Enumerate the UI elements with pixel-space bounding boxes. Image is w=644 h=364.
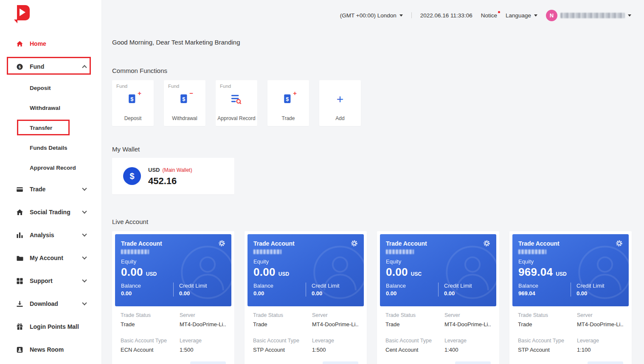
credit-limit-label: Credit Limit [179,283,225,289]
server-label: Server [577,312,623,318]
sidebar-item-social-trading[interactable]: Social Trading [0,201,101,224]
account-summary-panel: Trade Account Equity 969.04 USD Balance … [512,234,629,306]
wallet-card[interactable]: $ USD(Main Wallet) 452.16 [112,158,234,194]
account-number-redacted [518,249,546,254]
sidebar-item-download[interactable]: Download [0,292,101,315]
my-wallet-title: My Wallet [112,146,634,153]
common-functions-row: Fund $ + Deposit Fund $ − Withdrawal Fun… [112,80,634,126]
plus-badge-icon: + [293,90,297,96]
account-details: Trade StatusTrade ServerMT4-DooPrime-Li.… [115,306,231,364]
server-value: MT4-DooPrime-Li... [444,321,491,328]
credit-limit-value: 0.00 [179,290,225,297]
leverage-label: Leverage [180,338,226,344]
account-card-title: Trade Account [518,240,560,247]
sidebar-item-label: Support [30,277,53,284]
sidebar-item-fund[interactable]: $ Fund [0,55,101,78]
quick-action-approval-record[interactable]: Fund Approval Record [216,80,257,126]
home-icon [16,40,23,48]
sidebar-item-home[interactable]: Home [0,32,101,55]
trade-status-label: Trade Status [121,312,180,318]
add-icon: + [334,93,346,106]
live-account-card: Trade Account Equity 0.00 USC Balance 0.… [377,231,499,364]
notice-button[interactable]: Notice [481,12,497,19]
card-label: Deposit [112,115,154,121]
account-type-label: Basic Account Type [121,338,180,344]
sidebar-item-support[interactable]: Support [0,269,101,292]
quick-action-deposit[interactable]: Fund $ + Deposit [112,80,154,126]
live-account-row: Trade Account Equity 0.00 USD Balance 0.… [112,231,634,364]
balance-value: 969.04 [518,290,571,297]
language-selector[interactable]: Language [506,12,537,19]
notification-dot [498,11,500,13]
topbar: (GMT +00:00) London 2022.06.16 11:33:06 … [102,0,644,31]
sidebar-item-label: Analysis [30,232,54,238]
withdrawal-icon: $ − [178,93,191,106]
brand-logo[interactable] [12,4,31,26]
sidebar-item-withdrawal[interactable]: Withdrawal [0,98,101,118]
gear-icon[interactable] [616,240,623,247]
server-label: Server [180,312,226,318]
avatar: N [546,10,557,21]
quick-action-withdrawal[interactable]: Fund $ − Withdrawal [164,80,205,126]
gear-icon[interactable] [218,240,225,247]
sidebar-subitem-label: Deposit [30,85,51,91]
balance-value: 0.00 [253,290,306,297]
social-trading-icon [16,209,23,216]
user-menu[interactable]: N [546,10,631,21]
timezone-selector[interactable]: (GMT +00:00) London [340,12,403,19]
sidebar-item-analysis[interactable]: Analysis [0,224,101,246]
sidebar-item-label: Trade [30,186,45,193]
web-trade-button[interactable]: Web Trade [323,361,358,364]
analysis-icon [16,232,23,239]
web-trade-button[interactable]: Web Trade [455,361,491,364]
account-number-redacted [253,249,281,254]
chevron-down-icon [82,232,87,236]
chevron-down-icon [534,14,537,17]
balance-label: Balance [518,283,571,289]
chevron-up-icon [82,65,87,70]
timezone-label: (GMT +00:00) London [340,12,397,19]
account-details: Trade StatusTrade ServerMT4-DooPrime-Li.… [512,306,629,364]
chevron-down-icon [82,186,87,190]
dollar-circle-icon: $ [123,167,141,185]
web-trade-button[interactable]: Web Trade [190,361,226,364]
language-label: Language [506,12,531,19]
gear-icon[interactable] [483,240,490,247]
server-label: Server [312,312,358,318]
main-area: (GMT +00:00) London 2022.06.16 11:33:06 … [102,0,644,364]
account-type-label: Basic Account Type [385,338,444,344]
equity-currency: USD [556,271,566,277]
chevron-down-icon [628,14,631,17]
leverage-value: 1:500 [180,347,226,353]
sidebar-item-deposit[interactable]: Deposit [0,78,101,98]
chevron-down-icon [399,14,403,17]
web-trade-button[interactable]: Web Trade [588,361,623,364]
svg-text:$: $ [19,64,21,69]
credit-limit-value: 0.00 [577,290,623,297]
sidebar-item-news-room[interactable]: News Room [0,338,101,361]
quick-action-trade[interactable]: $ + Trade [267,80,309,126]
sidebar-item-label: Login Points Mall [30,323,79,330]
leverage-value: 1:400 [444,347,491,353]
live-account-title: Live Account [112,218,634,225]
account-type-label: Basic Account Type [253,338,312,344]
card-tag: Fund [220,84,231,89]
equity-value: 0.00 [253,266,276,279]
sidebar-item-approval-record[interactable]: Approval Record [0,158,101,178]
equity-currency: USD [146,271,157,277]
sidebar-item-transfer[interactable]: Transfer [0,118,101,138]
wallet-balance: 452.16 [148,176,192,187]
account-details: Trade StatusTrade ServerMT4-DooPrime-Li.… [247,306,364,364]
trade-status-value: Trade [121,321,180,328]
account-type-value: STP Account [253,347,312,353]
account-number-redacted [386,249,414,254]
server-value: MT4-DooPrime-Li... [577,321,623,328]
sidebar-item-my-account[interactable]: My Account [0,246,101,269]
sidebar-item-funds-details[interactable]: Funds Details [0,138,101,158]
gear-icon[interactable] [351,240,358,247]
sidebar-item-login-points-mall[interactable]: Login Points Mall [0,315,101,338]
quick-action-add[interactable]: + Add [319,80,361,126]
card-label: Add [319,115,361,121]
sidebar-item-trade[interactable]: Trade [0,178,101,201]
equity-value: 0.00 [121,266,143,279]
